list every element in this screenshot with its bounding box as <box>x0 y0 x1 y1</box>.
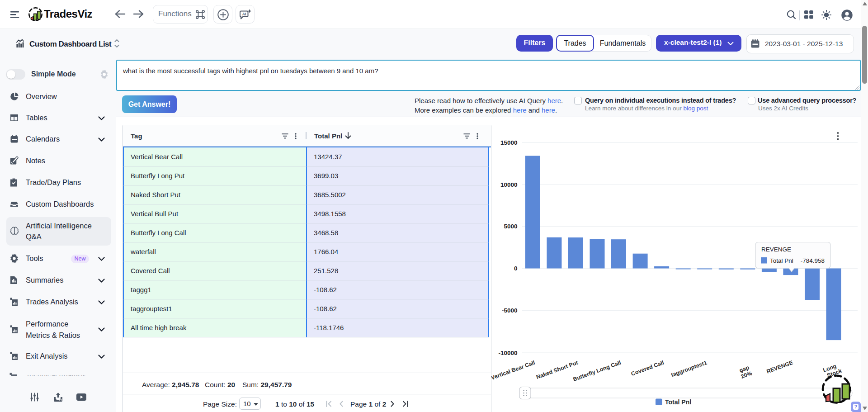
svg-text:15000: 15000 <box>500 139 518 146</box>
svg-text:-10000: -10000 <box>498 350 517 356</box>
svg-text:REVENGE: REVENGE <box>761 246 791 253</box>
svg-text:Total Pnl: Total Pnl <box>770 257 793 264</box>
svg-text:Total Pnl: Total Pnl <box>665 398 691 406</box>
svg-text:10000: 10000 <box>500 181 518 188</box>
svg-text:-784.958: -784.958 <box>801 257 825 264</box>
svg-text:5000: 5000 <box>504 223 517 230</box>
svg-text:0: 0 <box>514 265 518 272</box>
svg-text:AI: AI <box>242 12 246 16</box>
svg-text:-5000: -5000 <box>502 307 518 314</box>
